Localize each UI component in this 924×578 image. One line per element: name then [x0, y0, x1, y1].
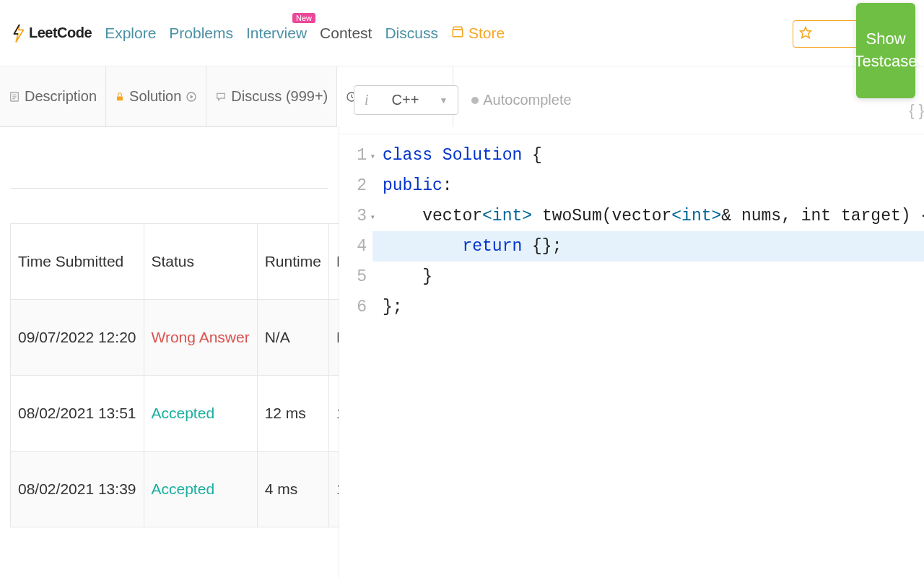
- th-memory: Memory: [328, 224, 339, 300]
- code-line[interactable]: public:: [372, 171, 924, 201]
- play-icon: [186, 91, 197, 103]
- badge-new: New: [292, 13, 315, 23]
- nav-discuss[interactable]: Discuss: [385, 25, 438, 42]
- logo-text: LeetCode: [29, 25, 92, 41]
- language-label: C++: [392, 92, 419, 108]
- tab-description[interactable]: Description: [0, 66, 106, 126]
- divider: [10, 188, 328, 189]
- code-line[interactable]: }: [372, 262, 924, 292]
- svg-marker-8: [191, 95, 193, 98]
- line-number: 6: [339, 292, 367, 322]
- show-testcase-button[interactable]: Show Testcase: [856, 3, 915, 98]
- editor-code[interactable]: class Solution {public: vector<int> twoS…: [372, 140, 924, 578]
- tab-solution[interactable]: Solution: [106, 66, 206, 126]
- editor-toolbar: i C++ ▼ Autocomplete: [339, 66, 924, 134]
- line-number: 4: [339, 231, 367, 262]
- nav-contest[interactable]: Contest: [320, 25, 372, 42]
- left-panel: Description Solution Discuss (999+): [0, 66, 339, 578]
- line-number: 2: [339, 171, 367, 201]
- chevron-down-icon: ▼: [439, 95, 448, 105]
- th-status: Status: [144, 224, 257, 300]
- language-select[interactable]: i C++ ▼: [354, 85, 458, 115]
- store-icon: [451, 25, 464, 42]
- nav-problems[interactable]: Problems: [169, 25, 233, 42]
- cell-time: 08/02/2021 13:51: [11, 376, 144, 452]
- nav-store-label: Store: [468, 25, 505, 42]
- lock-icon: [115, 92, 125, 102]
- description-icon: [9, 91, 20, 103]
- cell-time: 09/07/2022 12:20: [11, 300, 144, 376]
- show-testcase-label: Show Testcase: [855, 28, 918, 73]
- cell-memory: N/A: [328, 300, 339, 376]
- autocomplete-label: Autocomplete: [483, 92, 571, 108]
- top-nav: LeetCode Explore Problems Interview New …: [0, 0, 924, 66]
- autocomplete-toggle[interactable]: Autocomplete: [471, 92, 571, 108]
- line-number: 1: [339, 140, 367, 171]
- logo[interactable]: LeetCode: [10, 22, 92, 44]
- code-line[interactable]: vector<int> twoSum(vector<int>& nums, in…: [372, 201, 924, 231]
- star-icon: [799, 26, 812, 42]
- nav-interview-wrap: Interview New: [246, 25, 307, 42]
- dot-icon: [471, 97, 479, 104]
- code-line[interactable]: class Solution {: [372, 140, 924, 171]
- content-area: Description Solution Discuss (999+): [0, 66, 924, 578]
- editor-gutter: 123456: [339, 140, 372, 578]
- submissions-panel: Time Submitted Status Runtime Memory Lan…: [0, 127, 339, 527]
- cell-memory: 10.5 MB: [328, 376, 339, 452]
- cell-status[interactable]: Wrong Answer: [144, 300, 257, 376]
- discuss-icon: [215, 91, 227, 103]
- code-line[interactable]: };: [372, 292, 924, 322]
- tab-discuss-label: Discuss (999+): [231, 88, 328, 105]
- tab-solution-label: Solution: [129, 88, 181, 105]
- svg-rect-6: [117, 96, 123, 100]
- nav-interview[interactable]: Interview: [246, 25, 307, 41]
- code-line[interactable]: return {};: [372, 231, 924, 262]
- problem-tabs: Description Solution Discuss (999+): [0, 66, 339, 127]
- table-header-row: Time Submitted Status Runtime Memory Lan…: [11, 224, 339, 300]
- svg-rect-0: [453, 30, 463, 37]
- cell-runtime: 4 ms: [257, 452, 328, 527]
- nav-explore[interactable]: Explore: [105, 25, 156, 42]
- code-editor[interactable]: 123456 class Solution {public: vector<in…: [339, 134, 924, 578]
- svg-marker-1: [801, 27, 811, 38]
- th-runtime: Runtime: [257, 224, 328, 300]
- table-row[interactable]: 08/02/2021 13:39Accepted4 ms10.3 MBcpp: [11, 452, 339, 527]
- tab-discuss[interactable]: Discuss (999+): [206, 66, 337, 126]
- tab-description-label: Description: [25, 88, 97, 105]
- cell-runtime: N/A: [257, 300, 328, 376]
- th-time: Time Submitted: [11, 224, 144, 300]
- cell-status[interactable]: Accepted: [144, 376, 257, 452]
- table-row[interactable]: 08/02/2021 13:51Accepted12 ms10.5 MBcpp: [11, 376, 339, 452]
- line-number: 5: [339, 262, 367, 292]
- cell-status[interactable]: Accepted: [144, 452, 257, 527]
- cell-time: 08/02/2021 13:39: [11, 452, 144, 527]
- cell-memory: 10.3 MB: [328, 452, 339, 527]
- info-icon: i: [365, 92, 369, 108]
- nav-store[interactable]: Store: [451, 25, 505, 42]
- editor-panel: i C++ ▼ Autocomplete 123456 class Soluti…: [339, 66, 924, 578]
- nav-links: Explore Problems Interview New Contest D…: [105, 25, 505, 42]
- logo-icon: [10, 22, 26, 44]
- line-number: 3: [339, 201, 367, 231]
- cell-runtime: 12 ms: [257, 376, 328, 452]
- table-row[interactable]: 09/07/2022 12:20Wrong AnswerN/AN/Acpp: [11, 300, 339, 376]
- submissions-table: Time Submitted Status Runtime Memory Lan…: [10, 223, 339, 527]
